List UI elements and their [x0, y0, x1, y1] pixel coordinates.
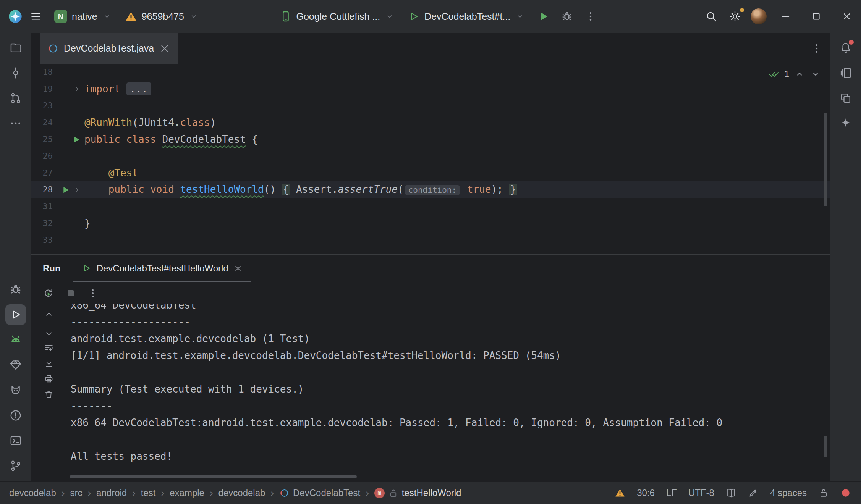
run-tab[interactable]: DevCodelabTest#testHelloWorld — [73, 255, 251, 282]
profile-button[interactable] — [748, 5, 769, 28]
breadcrumb-devcodelab[interactable]: devcodelab — [218, 488, 265, 498]
editor-scrollbar[interactable] — [824, 113, 827, 206]
tool-stripe-device-manager[interactable] — [5, 330, 26, 350]
line-number[interactable]: 33 — [31, 232, 53, 249]
stop-button[interactable] — [65, 288, 76, 299]
run-button[interactable] — [532, 5, 554, 28]
scroll-down-button[interactable] — [44, 327, 54, 337]
run-test-gutter-icon[interactable] — [60, 185, 71, 195]
tool-stripe-pull-requests[interactable] — [5, 88, 26, 108]
project-selector[interactable]: N native — [49, 5, 117, 28]
fold-chevron-icon[interactable] — [73, 186, 81, 194]
maximize-button[interactable] — [802, 0, 830, 33]
minimize-button[interactable] — [772, 0, 800, 33]
red-dot-icon — [840, 488, 851, 498]
search-everywhere-button[interactable] — [701, 5, 722, 28]
error-indicator[interactable] — [840, 488, 851, 498]
test-class-icon — [279, 488, 290, 498]
indent-config[interactable]: 4 spaces — [770, 488, 807, 498]
breadcrumb-testHelloWorld[interactable]: mtestHelloWorld — [374, 488, 461, 498]
line-number[interactable]: 31 — [31, 198, 53, 215]
line-number[interactable]: 19 — [31, 81, 53, 97]
breadcrumb-example[interactable]: example — [170, 488, 204, 498]
breadcrumb-separator-icon: › — [270, 488, 274, 498]
breadcrumb-src[interactable]: src — [70, 488, 82, 498]
print-button[interactable] — [44, 374, 54, 384]
next-problem-button[interactable] — [810, 68, 821, 80]
breadcrumb-devcodelab[interactable]: devcodelab — [9, 488, 56, 498]
pen-icon — [748, 488, 759, 498]
tool-stripe-layout-inspector[interactable] — [835, 88, 856, 108]
build-selector[interactable]: 9659b475 — [120, 5, 204, 28]
console-output[interactable]: x86_64 DevCodelabTest-------------------… — [66, 304, 830, 481]
tool-stripe-gemini[interactable] — [835, 113, 856, 134]
clear-all-button[interactable] — [44, 389, 54, 399]
run-test-gutter-icon[interactable] — [71, 134, 81, 145]
line-separator[interactable]: LF — [666, 488, 677, 498]
tool-stripe-app-quality-insights[interactable] — [5, 355, 26, 375]
kebab-icon — [87, 288, 99, 299]
console-hscrollbar[interactable] — [70, 475, 357, 478]
line-number[interactable]: 23 — [31, 97, 53, 114]
tool-stripe-commit[interactable] — [5, 63, 26, 83]
breadcrumb-label: devcodelab — [9, 488, 56, 498]
breadcrumb-test[interactable]: test — [141, 488, 156, 498]
line-number[interactable]: 26 — [31, 148, 53, 165]
tool-stripe-problems[interactable] — [5, 405, 26, 426]
run-config-selector[interactable]: DevCodelabTest#t... — [402, 5, 530, 28]
run-tab-close-button[interactable] — [233, 264, 243, 273]
tab-options-button[interactable] — [811, 33, 823, 64]
scroll-to-end-button[interactable] — [44, 358, 54, 368]
file-lock-button[interactable] — [818, 488, 829, 498]
line-number[interactable]: 25 — [31, 131, 53, 148]
tool-stripe-terminal[interactable] — [5, 430, 26, 451]
line-number[interactable]: 24 — [31, 114, 53, 131]
book-icon — [726, 488, 736, 498]
caret-position[interactable]: 30:6 — [637, 488, 655, 498]
tab-close-button[interactable] — [159, 43, 170, 54]
tool-stripe-logcat[interactable] — [5, 380, 26, 401]
tool-stripe-project[interactable] — [5, 37, 26, 58]
debug-button[interactable] — [556, 5, 578, 28]
run-panel-header: Run DevCodelabTest#testHelloWorld — [31, 255, 830, 282]
line-number[interactable]: 28 — [31, 181, 53, 198]
tool-stripe-version-control[interactable] — [5, 456, 26, 476]
warnings-widget[interactable] — [615, 488, 625, 498]
more-actions-button[interactable] — [580, 5, 601, 28]
close-icon — [842, 11, 852, 22]
close-window-button[interactable] — [833, 0, 861, 33]
fold-chevron-icon[interactable] — [73, 85, 81, 94]
line-number[interactable]: 27 — [31, 165, 53, 181]
settings-button[interactable] — [724, 5, 746, 28]
line-number[interactable]: 18 — [31, 64, 53, 81]
soft-wrap-button[interactable] — [44, 342, 54, 352]
editor-tab-devcodelabtest[interactable]: DevCodelabTest.java — [40, 33, 178, 64]
tool-stripe-notifications[interactable] — [835, 37, 856, 58]
console-line — [71, 431, 830, 448]
file-encoding[interactable]: UTF-8 — [688, 488, 714, 498]
tool-stripe-running-devices[interactable] — [835, 63, 856, 83]
breadcrumb-DevCodelabTest[interactable]: DevCodelabTest — [279, 488, 360, 498]
highlighting-level-button[interactable] — [748, 488, 759, 498]
breadcrumb-android[interactable]: android — [96, 488, 127, 498]
run-panel-title: Run — [43, 263, 61, 274]
reader-mode-button[interactable] — [726, 488, 736, 498]
console-vscrollbar[interactable] — [824, 436, 827, 457]
rerun-button[interactable] — [43, 288, 54, 299]
tool-stripe-debug[interactable] — [5, 279, 26, 300]
prev-problem-button[interactable] — [794, 68, 805, 80]
editor-line-31: 31 — [31, 198, 830, 215]
scroll-up-button[interactable] — [44, 311, 54, 321]
project-badge-icon: N — [54, 10, 67, 23]
run-tool-window: Run DevCodelabTest#testHelloWorld x86_64… — [31, 254, 830, 481]
inspections-widget[interactable]: 1 — [768, 68, 821, 80]
tool-stripe-more-tool-windows[interactable] — [5, 113, 26, 134]
device-selector[interactable]: Google Cuttlefish ... — [274, 5, 400, 28]
console-more-button[interactable] — [87, 288, 99, 299]
breadcrumb-separator-icon: › — [366, 488, 369, 498]
main-menu-button[interactable] — [25, 5, 47, 28]
line-number[interactable]: 32 — [31, 215, 53, 232]
terminal-icon — [9, 434, 22, 447]
tool-stripe-run[interactable] — [5, 304, 26, 325]
code-editor[interactable]: 1819import ...2324@RunWith(JUnit4.class)… — [31, 64, 830, 254]
